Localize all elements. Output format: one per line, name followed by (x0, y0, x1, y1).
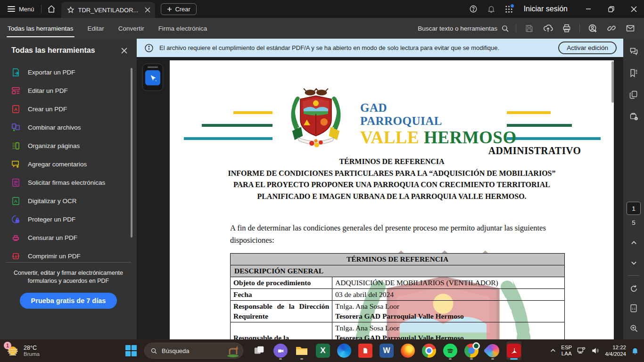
sidebar-item-combine-files[interactable]: Combinar archivos (0, 118, 137, 137)
actual-size-button[interactable]: 1:1 (623, 298, 644, 318)
create-label: Crear (175, 6, 190, 13)
page-thumbnails-icon (629, 90, 638, 99)
acrobat-button[interactable] (506, 341, 521, 360)
apps-grid-button[interactable] (501, 0, 517, 18)
sidebar-item-protect-pdf[interactable]: Proteger un PDF (0, 210, 137, 229)
star-icon[interactable] (67, 6, 74, 14)
sidebar-item-organize-pages[interactable]: Organizar páginas (0, 137, 137, 155)
plus-icon (167, 7, 172, 12)
enable-editing-button[interactable]: Activar edición (558, 41, 617, 54)
home-icon (47, 5, 56, 13)
sidebar-scrollbar[interactable] (131, 68, 132, 238)
row-value-line2: Tesorera GAD Parroquial Valle Hermoso (335, 333, 561, 339)
email-button[interactable] (624, 22, 636, 34)
sidebar-item-compress-pdf[interactable]: A Comprimir un PDF (0, 247, 137, 262)
protect-pdf-icon (11, 215, 20, 224)
refresh-icon (629, 284, 638, 293)
spotify-button[interactable] (443, 341, 458, 360)
sidebar-item-redact-pdf[interactable]: Censurar un PDF (0, 229, 137, 247)
menu-button[interactable]: Menú (0, 6, 41, 13)
free-trial-button[interactable]: Prueba gratis de 7 días (20, 293, 117, 309)
next-page-button[interactable] (623, 253, 644, 272)
notification-bell-icon[interactable] (631, 346, 639, 355)
sidebar-item-export-pdf[interactable]: Exportar un PDF (0, 63, 137, 82)
info-icon (144, 43, 154, 53)
mail-icon (626, 24, 635, 33)
scan-ocr-icon: A (11, 197, 20, 206)
document-info-button[interactable] (623, 107, 644, 126)
zoom-in-button[interactable] (623, 318, 644, 338)
current-page-input[interactable]: 1 (627, 202, 641, 215)
close-button[interactable] (623, 0, 644, 18)
row-value-line2: Tesorera GAD Parroquial Valle Hermoso (335, 311, 561, 321)
network-icon[interactable] (577, 346, 586, 355)
share-upload-button[interactable] (542, 22, 554, 34)
weather-widget[interactable]: 1 28°C Bruma (0, 344, 118, 358)
main-area: El archivo requiere el cumplimiento del … (137, 39, 623, 339)
clock-widget[interactable]: 12:22 4/4/2024 (605, 344, 626, 357)
task-view-button[interactable] (252, 341, 267, 360)
previous-page-button[interactable] (623, 233, 644, 253)
row-label: Responsable de la (231, 322, 332, 340)
cloud-upload-icon (543, 24, 553, 33)
sidebar-close-icon[interactable] (121, 48, 127, 54)
home-button[interactable] (41, 5, 61, 13)
select-tool-button[interactable] (145, 70, 160, 85)
sidebar-item-edit-pdf[interactable]: Editar un PDF (0, 82, 137, 100)
tab-close-icon[interactable] (145, 7, 150, 13)
sidebar-item-request-signatures[interactable]: Solicitar firmas electrónicas (0, 173, 137, 192)
right-tools-rail: 1 5 1:1 (623, 39, 644, 339)
sidebar-item-scan-ocr[interactable]: A Digitalizar y OCR (0, 192, 137, 210)
add-user-button[interactable] (586, 22, 599, 34)
chrome-button[interactable] (421, 341, 437, 360)
tab-edit[interactable]: Editar (88, 18, 104, 39)
hamburger-icon (8, 6, 15, 12)
create-tab-button[interactable]: Crear (161, 3, 197, 15)
document-tab[interactable]: TDR_VENTILADOR... (61, 2, 156, 18)
chrome-workspace-button[interactable] (464, 341, 479, 360)
paint-button[interactable] (485, 341, 500, 360)
terms-table: TÉRMINOS DE REFERENCIA DESCRIPCIÓN GENER… (230, 253, 565, 339)
link-button[interactable] (605, 22, 618, 34)
tab-esign[interactable]: Firma electrónica (158, 18, 207, 39)
word-icon: W (380, 344, 394, 358)
tab-all-tools[interactable]: Todas las herramientas (8, 18, 74, 39)
pdf-editor-button[interactable] (358, 341, 373, 360)
panel-drag-handle[interactable] (148, 66, 158, 68)
bookmarks-panel-button[interactable] (623, 63, 644, 83)
excel-button[interactable]: X (315, 341, 330, 360)
sidebar-item-add-comments[interactable]: Agregar comentarios (0, 155, 137, 173)
search-tools-button[interactable]: Buscar texto o herramientas (418, 25, 509, 33)
page-thumbnails-button[interactable] (623, 85, 644, 105)
file-explorer-button[interactable] (294, 341, 309, 360)
start-button[interactable] (122, 341, 140, 360)
document-title-line1: TÉRMINOS DE REFERENCIA (220, 156, 564, 168)
help-button[interactable] (465, 0, 481, 18)
save-button[interactable] (523, 22, 535, 34)
print-icon (562, 24, 571, 33)
chat-app-button[interactable] (273, 341, 288, 360)
volume-icon[interactable] (591, 346, 600, 355)
minimize-button[interactable] (578, 0, 599, 18)
taskbar-search[interactable]: Búsqueda (144, 343, 243, 359)
sidebar-item-create-pdf[interactable]: A Crear un PDF (0, 100, 137, 118)
tab-convert[interactable]: Convertir (118, 18, 144, 39)
sign-in-button[interactable]: Iniciar sesión (519, 5, 576, 13)
print-button[interactable] (561, 22, 573, 34)
tray-chevron-up-icon[interactable] (550, 347, 556, 354)
sidebar-item-label: Proteger un PDF (28, 216, 75, 223)
firefox-button[interactable] (400, 341, 415, 360)
word-button[interactable]: W (379, 341, 394, 360)
comments-panel-button[interactable] (623, 41, 644, 61)
edge-button[interactable] (337, 341, 352, 360)
notifications-button[interactable] (483, 0, 499, 18)
language-indicator[interactable]: ESP LAA (561, 345, 572, 357)
save-icon (525, 24, 534, 33)
restore-button[interactable] (601, 0, 621, 18)
title-bar: Menú TDR_VENTILADOR... Crear (0, 0, 644, 18)
document-viewer[interactable]: GAD PARROQUIAL VALLE HERMOSO ADMINISTRAT… (137, 57, 623, 339)
bookmarks-icon (629, 68, 638, 78)
table-subheader: DESCRIPCIÓN GENERAL (231, 265, 565, 277)
viewer-scrollbar[interactable] (611, 61, 614, 103)
refresh-button[interactable] (623, 279, 644, 298)
